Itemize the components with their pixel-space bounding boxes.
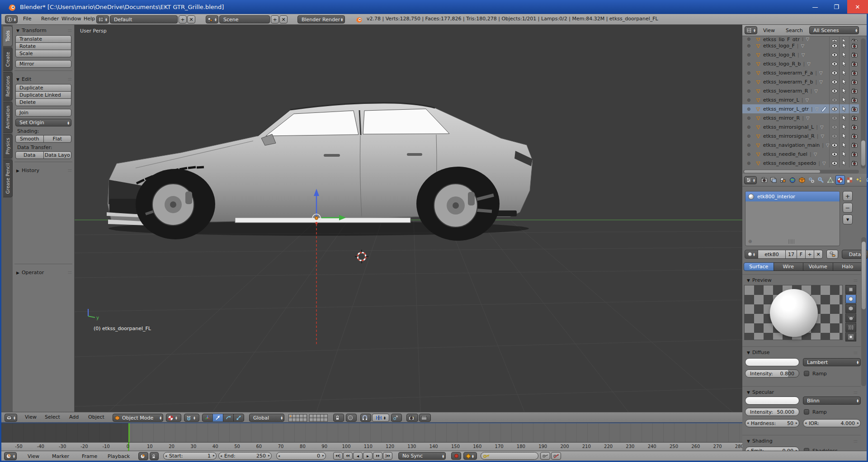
renderability-toggle[interactable]: [849, 140, 859, 149]
viewport-canvas[interactable]: y: [75, 25, 742, 412]
outliner-row[interactable]: ⊕ ▽ etkss_lip_F_gtr | ▽: [742, 37, 859, 41]
visibility-eye-toggle[interactable]: [829, 113, 839, 122]
jump-to-end-button[interactable]: |⏵⏵: [383, 452, 392, 460]
timeline-menu-view[interactable]: View: [28, 453, 39, 459]
modifiers-tab[interactable]: [816, 175, 826, 185]
fake-user-button[interactable]: F: [797, 250, 806, 259]
selectability-toggle[interactable]: [839, 77, 849, 86]
list-resize-grip[interactable]: [788, 239, 795, 244]
preview-cube-button[interactable]: [845, 304, 856, 313]
transform-panel-header[interactable]: ▼Transform::::: [13, 25, 74, 35]
expand-icon[interactable]: ⊕: [747, 89, 754, 93]
tab-physics[interactable]: Physics: [3, 134, 13, 159]
transform-orientation-selector[interactable]: Global ▲▼: [249, 414, 284, 422]
object-data-tab[interactable]: [826, 175, 835, 185]
jump-next-keyframe-button[interactable]: ⏵⏵: [373, 452, 382, 460]
join-button[interactable]: Join: [15, 109, 71, 117]
decrement-arrow-icon[interactable]: ◂: [278, 454, 280, 458]
outliner-row[interactable]: ⊕ ▽ etkss_logo_R_b | ▽: [742, 59, 859, 68]
diffuse-ramp-checkbox[interactable]: [804, 371, 809, 376]
editor-type-button[interactable]: ▲▼: [745, 26, 757, 34]
viewport-menu-object[interactable]: Object: [88, 414, 104, 420]
data-button[interactable]: Data: [15, 151, 44, 159]
translate-manipulator-button[interactable]: [212, 414, 223, 422]
menu-window[interactable]: Window: [61, 16, 81, 22]
ior-field[interactable]: ◂ IOR: 4.000 ▸: [803, 419, 861, 427]
outliner-horizontal-scrollbar[interactable]: [743, 170, 859, 173]
translate-button[interactable]: Translate: [15, 35, 71, 43]
timeline-menu-playback[interactable]: Playback: [108, 453, 130, 459]
panel-drag-dots[interactable]: ::::: [854, 278, 857, 283]
scene-icon-button[interactable]: ▲▼: [206, 15, 218, 23]
outliner-row[interactable]: ⊕ ▽ etkss_lowerarm_F_b | ▽: [742, 77, 859, 86]
visibility-eye-toggle[interactable]: [829, 37, 839, 41]
mode-selector[interactable]: Object Mode ▲▼: [113, 414, 163, 422]
editor-type-button[interactable]: ▲▼: [5, 414, 17, 422]
scrollbar-thumb[interactable]: [862, 242, 866, 309]
render-tab[interactable]: [760, 175, 769, 185]
object-name[interactable]: etkss_lip_F_gtr: [763, 37, 800, 41]
expand-icon[interactable]: ⊕: [747, 37, 754, 41]
viewport-menu-view[interactable]: View: [25, 414, 37, 420]
lock-to-scene-button[interactable]: [333, 414, 344, 422]
renderability-toggle[interactable]: [849, 104, 859, 113]
selectability-toggle[interactable]: [839, 113, 849, 122]
preview-flat-button[interactable]: [845, 285, 856, 294]
edit-panel-header[interactable]: ▼Edit::::: [13, 74, 74, 84]
visibility-eye-toggle[interactable]: [829, 41, 839, 50]
viewport-menu-select[interactable]: Select: [45, 414, 60, 420]
auto-keyframe-record-button[interactable]: [451, 452, 461, 460]
object-name[interactable]: etkss_mirror_L: [763, 97, 799, 103]
specular-ramp-checkbox[interactable]: [804, 409, 809, 415]
insert-keyframe-button[interactable]: [540, 452, 550, 460]
data-layout-button[interactable]: Data Layo: [43, 151, 72, 159]
object-tab[interactable]: [797, 175, 807, 185]
diffuse-intensity-slider[interactable]: Intensity: 0.800: [745, 369, 799, 378]
render-engine-selector[interactable]: Blender Render ▲▼: [297, 15, 345, 23]
preview-monkey-button[interactable]: [845, 313, 856, 322]
preview-world-sphere-button[interactable]: [845, 332, 856, 341]
timeline-playhead[interactable]: [128, 423, 130, 442]
outliner-row[interactable]: ⊕ ▽ etkss_lowerarm_F_a | ▽: [742, 68, 859, 77]
mirror-button[interactable]: Mirror: [15, 60, 71, 68]
play-reverse-button[interactable]: ◂: [353, 452, 363, 460]
viewport-shading-selector[interactable]: ▲▼: [166, 414, 181, 422]
operator-panel-header[interactable]: ▶Operator::::: [13, 267, 74, 277]
layers-widget-2[interactable]: [310, 414, 328, 422]
renderability-toggle[interactable]: [849, 95, 859, 104]
remove-slot-button[interactable]: −: [843, 203, 853, 213]
object-name[interactable]: etkss_needle_fuel: [763, 151, 807, 157]
visibility-eye-toggle[interactable]: [829, 159, 839, 168]
decrement-arrow-icon[interactable]: ◂: [747, 421, 749, 425]
specular-panel-header[interactable]: ▼Specular::::: [742, 386, 861, 397]
specular-shader-dropdown[interactable]: Blinn▲▼: [803, 397, 861, 405]
tab-grease-pencil[interactable]: Grease Pencil: [3, 159, 13, 197]
screen-layout-icon-button[interactable]: ▲▼: [96, 15, 109, 23]
properties-scrollbar[interactable]: [861, 237, 866, 386]
panel-drag-dots[interactable]: ::::: [68, 168, 71, 173]
material-slot-selected[interactable]: etk800_interior: [745, 191, 840, 201]
close-button[interactable]: ✕: [847, 0, 868, 14]
show-seconds-button[interactable]: [138, 452, 148, 460]
visibility-eye-toggle[interactable]: [829, 68, 839, 77]
selectability-toggle[interactable]: [839, 140, 849, 149]
renderability-toggle[interactable]: [849, 68, 859, 77]
outliner-row[interactable]: ⊕ ▽ etkss_logo_F | ▽: [742, 41, 859, 50]
menu-help[interactable]: Help: [84, 16, 95, 22]
selectability-toggle[interactable]: [839, 86, 849, 95]
material-tab-selected[interactable]: [835, 175, 845, 185]
cursor-3d[interactable]: [355, 250, 368, 263]
outliner-row[interactable]: ⊕ ▽ etkss_needle_fuel | ▽: [742, 149, 859, 159]
visibility-eye-toggle[interactable]: [829, 104, 839, 113]
renderability-toggle[interactable]: [849, 131, 859, 140]
physics-tab[interactable]: [864, 175, 868, 185]
car-model[interactable]: [107, 103, 533, 241]
timeline-canvas[interactable]: [1, 423, 742, 442]
menu-render[interactable]: Render: [41, 16, 59, 22]
renderability-toggle[interactable]: [849, 122, 859, 131]
expand-icon[interactable]: ⊕: [747, 43, 754, 48]
menu-file[interactable]: File: [23, 16, 31, 22]
viewport-menu-add[interactable]: Add: [69, 414, 79, 420]
shade-flat-button[interactable]: Flat: [43, 135, 72, 143]
outliner-row[interactable]: ⊕ ▽ etkss_logo_R | ▽: [742, 50, 859, 59]
